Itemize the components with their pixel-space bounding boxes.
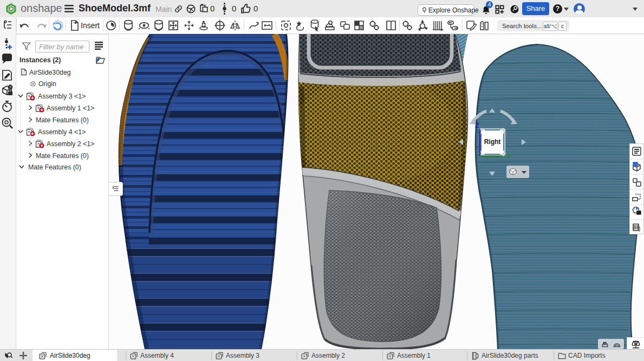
svg-text:?: ? [9, 86, 11, 89]
svg-text:Assembly 4 <1>: Assembly 4 <1> [38, 128, 86, 136]
svg-text:AirSlide30deg: AirSlide30deg [29, 69, 71, 76]
svg-text:Z: Z [475, 122, 479, 129]
svg-text:Assembly 1 <1>: Assembly 1 <1> [47, 104, 94, 112]
svg-text:Insert: Insert [81, 21, 100, 30]
svg-text:Assembly 3 <1>: Assembly 3 <1> [38, 93, 86, 100]
svg-text:Y: Y [506, 153, 510, 160]
svg-text:Mate Features (0): Mate Features (0) [28, 163, 81, 171]
svg-text:Origin: Origin [38, 80, 56, 88]
svg-text:Assembly 2 <1>: Assembly 2 <1> [47, 140, 94, 148]
svg-text:Mate Features (0): Mate Features (0) [36, 152, 89, 160]
svg-text:Mate Features (0): Mate Features (0) [36, 116, 89, 124]
svg-text:): ) [639, 226, 640, 232]
